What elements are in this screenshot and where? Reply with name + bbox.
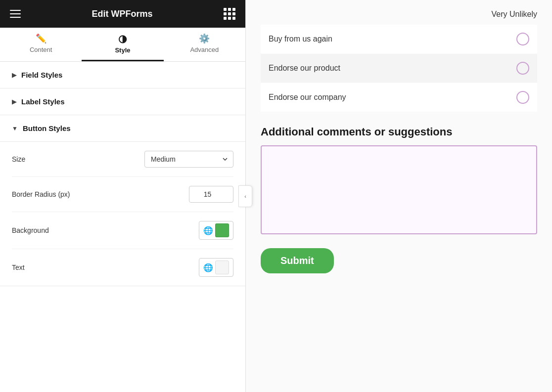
text-color-swatch[interactable] <box>215 261 229 274</box>
survey-row-2: Endorse our product <box>261 54 537 83</box>
border-radius-row: Border Radius (px) <box>12 177 233 212</box>
text-globe-icon: 🌐 <box>203 263 213 272</box>
background-row: Background 🌐 <box>12 212 233 249</box>
size-control: Small Medium Large <box>144 151 233 168</box>
field-styles-arrow: ▶ <box>12 72 16 79</box>
survey-row-2-text: Endorse our product <box>269 64 340 73</box>
tab-style-label: Style <box>115 46 130 54</box>
button-styles-label: Button Styles <box>23 124 71 132</box>
submit-button[interactable]: Submit <box>261 248 334 273</box>
tab-advanced-label: Advanced <box>190 46 219 53</box>
button-styles-arrow: ▼ <box>12 125 18 132</box>
survey-row-1-radio[interactable] <box>516 33 529 45</box>
collapse-handle[interactable]: ‹ <box>238 185 252 207</box>
border-radius-input[interactable] <box>189 186 233 203</box>
background-control: 🌐 <box>199 221 233 240</box>
label-styles-header[interactable]: ▶ Label Styles <box>0 88 245 115</box>
background-color-control[interactable]: 🌐 <box>199 221 233 240</box>
border-radius-control <box>189 186 233 203</box>
button-styles-header[interactable]: ▼ Button Styles <box>0 115 245 142</box>
size-select[interactable]: Small Medium Large <box>144 151 233 168</box>
text-label: Text <box>12 263 194 271</box>
right-panel: Very Unlikely Buy from us again Endorse … <box>246 0 552 392</box>
tab-content[interactable]: ✏️ Content <box>0 28 82 61</box>
survey-row-3-radio[interactable] <box>516 91 529 104</box>
top-bar: Edit WPForms <box>0 0 245 28</box>
background-globe-icon: 🌐 <box>203 226 213 235</box>
label-styles-label: Label Styles <box>21 97 65 106</box>
tab-style[interactable]: ◑ Style <box>82 28 163 61</box>
comments-label: Additional comments or suggestions <box>261 126 537 138</box>
size-row: Size Small Medium Large <box>12 142 233 177</box>
style-icon: ◑ <box>118 34 127 44</box>
survey-row-3: Endorse our company <box>261 83 537 112</box>
content-icon: ✏️ <box>36 34 46 43</box>
background-label: Background <box>12 226 194 234</box>
survey-row-2-radio[interactable] <box>516 62 529 75</box>
comments-textarea[interactable] <box>261 145 537 234</box>
size-label: Size <box>12 155 139 163</box>
text-control: 🌐 <box>199 258 233 277</box>
survey-row-1-text: Buy from us again <box>269 35 332 44</box>
text-color-control[interactable]: 🌐 <box>199 258 233 277</box>
survey-row-1: Buy from us again <box>261 25 537 53</box>
grid-icon[interactable] <box>224 8 235 20</box>
hamburger-icon[interactable] <box>10 10 21 18</box>
left-panel: Edit WPForms ✏️ Content ◑ Style ⚙️ Advan… <box>0 0 246 392</box>
text-row: Text 🌐 <box>12 249 233 286</box>
column-label: Very Unlikely <box>261 10 537 19</box>
tab-advanced[interactable]: ⚙️ Advanced <box>164 28 245 61</box>
field-styles-header[interactable]: ▶ Field Styles <box>0 62 245 88</box>
tab-content-label: Content <box>30 46 52 53</box>
top-bar-title: Edit WPForms <box>92 9 152 19</box>
label-styles-arrow: ▶ <box>12 98 16 105</box>
panel-content: ▶ Field Styles ▶ Label Styles ▼ Button S… <box>0 62 245 392</box>
tabs: ✏️ Content ◑ Style ⚙️ Advanced <box>0 28 245 62</box>
survey-row-3-text: Endorse our company <box>269 93 346 102</box>
button-styles-content: Size Small Medium Large Border Radius (p… <box>0 142 245 286</box>
field-styles-label: Field Styles <box>21 71 62 79</box>
border-radius-label: Border Radius (px) <box>12 190 184 198</box>
background-color-swatch[interactable] <box>215 223 229 237</box>
advanced-icon: ⚙️ <box>199 34 210 43</box>
